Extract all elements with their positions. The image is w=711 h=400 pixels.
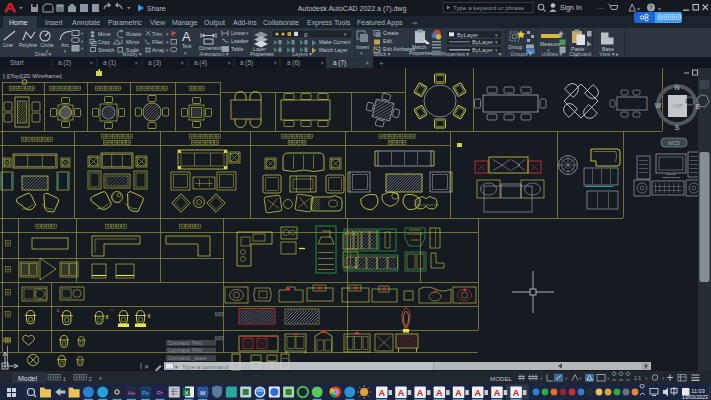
svg-text:MODEL: MODEL: [490, 375, 513, 382]
svg-text:Layers ▾: Layers ▾: [292, 51, 312, 57]
svg-text:Edit: Edit: [383, 38, 392, 44]
svg-text:Pr: Pr: [157, 390, 163, 396]
svg-text:Collaborate: Collaborate: [263, 19, 299, 26]
svg-text:8: 8: [106, 315, 109, 320]
svg-text:▾: ▾: [565, 376, 568, 381]
svg-text:▾: ▾: [166, 39, 169, 45]
svg-text:▾: ▾: [637, 6, 640, 12]
svg-text:Command: 'PAN': Command: 'PAN': [168, 341, 203, 346]
svg-text:Model: Model: [18, 375, 38, 382]
svg-text:Modify ▾: Modify ▾: [122, 51, 142, 57]
svg-text:Rotate: Rotate: [126, 31, 141, 37]
svg-text:Add-ins: Add-ins: [233, 19, 257, 26]
svg-text:▾: ▾: [81, 39, 84, 44]
svg-text:✕: ✕: [365, 60, 370, 66]
svg-text:Featured Apps: Featured Apps: [357, 19, 403, 27]
svg-text:Mirror: Mirror: [126, 39, 140, 45]
svg-text:A: A: [436, 388, 443, 398]
svg-text:▾: ▾: [645, 376, 648, 381]
svg-text:Type a command: Type a command: [182, 364, 228, 370]
svg-text:Polyline: Polyline: [19, 42, 37, 48]
svg-text:▾: ▾: [246, 30, 249, 36]
svg-text:²: ²: [57, 309, 59, 314]
svg-text:W: W: [655, 102, 662, 109]
svg-text:Command: _qsave: Command: _qsave: [168, 356, 207, 361]
svg-text:✕: ✕: [273, 60, 278, 66]
svg-text:A: A: [455, 388, 462, 398]
svg-text:Home: Home: [9, 19, 28, 26]
svg-text:Trim: Trim: [152, 31, 162, 37]
svg-text:Create: Create: [383, 30, 399, 36]
svg-text:View: View: [150, 19, 166, 26]
svg-text:1: 1: [63, 376, 67, 382]
svg-text:A: A: [494, 388, 501, 398]
svg-text:Insert: Insert: [45, 19, 63, 26]
svg-text:✕: ✕: [227, 60, 232, 66]
svg-text:▾: ▾: [658, 6, 661, 12]
svg-text:a (6): a (6): [287, 59, 300, 67]
svg-text:Copy: Copy: [98, 39, 111, 45]
svg-text:Output: Output: [204, 19, 225, 27]
svg-text:X: X: [184, 390, 188, 396]
svg-text:a (5): a (5): [240, 59, 253, 67]
svg-text:Linear: Linear: [231, 30, 246, 36]
svg-text:W: W: [200, 390, 206, 396]
svg-text:⋯: ⋯: [597, 5, 604, 12]
svg-text:▾: ▾: [540, 376, 543, 381]
svg-text:a (3): a (3): [148, 59, 161, 67]
svg-text:Clipboard: Clipboard: [569, 51, 591, 57]
svg-text:Insert: Insert: [356, 44, 370, 50]
svg-text:Ae: Ae: [128, 390, 136, 396]
svg-text:A: A: [417, 388, 424, 398]
svg-text:Annotate: Annotate: [72, 19, 100, 26]
svg-text:Leader: Leader: [231, 38, 247, 44]
svg-text:✕: ✕: [144, 364, 149, 370]
svg-text:a (4): a (4): [194, 59, 207, 67]
svg-text:Line: Line: [3, 42, 13, 48]
svg-text:': ': [248, 353, 249, 358]
svg-text:1:1: 1:1: [634, 375, 641, 381]
svg-text:WCS: WCS: [668, 140, 680, 146]
svg-text:a (7): a (7): [333, 59, 346, 67]
svg-text:8: 8: [148, 314, 151, 319]
svg-text:a (2): a (2): [58, 59, 71, 67]
svg-text:a (1): a (1): [103, 59, 116, 67]
svg-text:[-][Top][2D Wireframe]: [-][Top][2D Wireframe]: [3, 73, 62, 79]
svg-text:Move: Move: [98, 31, 111, 37]
svg-text:Type a keyword or phrase: Type a keyword or phrase: [453, 4, 525, 11]
svg-text:Parametric: Parametric: [108, 19, 142, 26]
svg-text:▾: ▾: [175, 364, 178, 370]
svg-text:Block ▾: Block ▾: [374, 51, 391, 57]
svg-text:A: A: [398, 388, 405, 398]
svg-text:▾: ▾: [499, 51, 502, 57]
svg-text:✕: ✕: [180, 60, 185, 66]
svg-text:A: A: [513, 388, 520, 398]
svg-text:+: +: [379, 59, 384, 68]
svg-text:▾: ▾: [607, 376, 610, 381]
svg-text:Annotation ▾: Annotation ▾: [200, 51, 229, 57]
svg-text:Express Tools: Express Tools: [307, 19, 351, 27]
svg-text:?: ?: [649, 4, 653, 11]
svg-text:°: °: [111, 308, 113, 313]
svg-text:Measure: Measure: [540, 41, 560, 47]
svg-text:✕: ✕: [320, 60, 325, 66]
svg-text:▾: ▾: [81, 31, 84, 36]
svg-text:▾: ▾: [662, 376, 665, 381]
svg-text:✕: ✕: [134, 60, 139, 66]
svg-text:Share: Share: [147, 5, 166, 12]
svg-text:': ': [264, 353, 265, 358]
svg-text:Manage: Manage: [172, 19, 197, 27]
svg-text:View ▾ ▸: View ▾ ▸: [599, 51, 619, 57]
svg-text:▪▾: ▪▾: [412, 20, 417, 26]
svg-text:A: A: [474, 388, 481, 398]
svg-text:Autodesk AutoCAD 2022 a (7).: Autodesk AutoCAD 2022 a (7).dwg: [298, 5, 407, 13]
svg-text:A: A: [182, 29, 191, 44]
svg-text:Groups ▾: Groups ▾: [510, 51, 531, 57]
svg-text:S: S: [675, 124, 680, 131]
svg-text:▾: ▾: [246, 38, 249, 44]
svg-text:Ps: Ps: [142, 390, 149, 396]
svg-text:Properties ▾: Properties ▾: [441, 51, 469, 57]
svg-text:E: E: [696, 103, 701, 110]
svg-text:Utilities ▾: Utilities ▾: [542, 51, 563, 57]
svg-text:Start: Start: [10, 59, 24, 66]
